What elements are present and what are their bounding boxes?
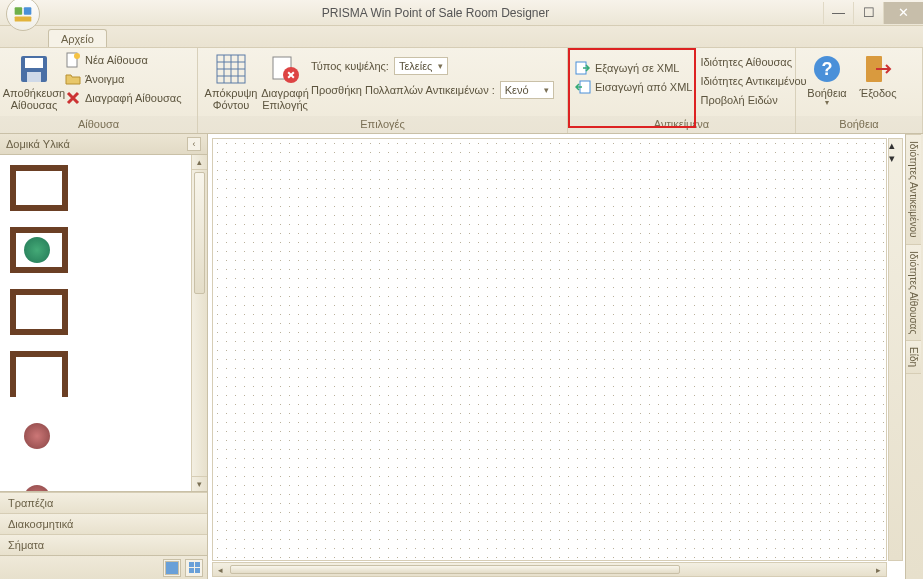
material-thumb[interactable] [4,159,74,217]
ribbon-group-options: Απόκρυψη Φόντου Διαγραφή Επιλογής Τύπος … [198,48,568,133]
view-items-button[interactable]: Προβολή Ειδών [700,91,806,109]
save-room-button[interactable]: Αποθήκευση Αίθουσας [5,51,63,111]
open-button[interactable]: Άνοιγμα [65,70,181,88]
svg-rect-4 [25,58,43,68]
workspace: Δομικά Υλικά ‹ ▴ ▾ Τραπέζια Διακοσμητικά… [0,134,923,579]
maximize-button[interactable]: ☐ [853,2,883,24]
scroll-down-icon[interactable]: ▾ [192,476,207,491]
scroll-left-icon[interactable]: ◂ [213,563,228,576]
window-title: PRISMA Win Point of Sale Room Designer [48,6,823,20]
material-thumb[interactable] [4,221,74,279]
left-panel-title: Δομικά Υλικά [6,138,70,150]
scroll-up-icon[interactable]: ▴ [192,155,207,170]
view-mode-button-2[interactable] [185,559,203,577]
open-icon [65,71,81,87]
material-thumb[interactable] [4,407,74,465]
right-panel: Ιδιότητες Αντικειμένου Ιδιότητες Αίθουσα… [905,134,923,579]
category-signs[interactable]: Σήματα [0,534,207,555]
cell-type-combo[interactable]: Τελείες ▾ [394,57,448,75]
svg-rect-0 [15,7,23,15]
ribbon-tabstrip: Αρχείο [0,26,923,48]
room-props-label: Ιδιότητες Αίθουσας [700,56,792,68]
left-bottom-toolbar [0,555,207,579]
canvas-hscrollbar[interactable]: ◂ ▸ [212,562,887,577]
app-menu-button[interactable] [6,0,40,31]
ribbon-group-help: ? Βοήθεια ▾ Έξοδος Βοήθεια [796,48,923,133]
add-multi-combo[interactable]: Κενό ▾ [500,81,554,99]
scroll-right-icon[interactable]: ▸ [871,563,886,576]
ribbon: Αποθήκευση Αίθουσας Νέα Αίθουσα Άνοιγμα … [0,48,923,134]
new-icon [65,52,81,68]
chevron-down-icon: ▾ [438,61,443,71]
material-thumb[interactable] [4,345,74,403]
view-mode-button-1[interactable] [163,559,181,577]
group-room-label: Αίθουσα [0,116,197,133]
design-canvas[interactable] [212,138,887,561]
svg-rect-2 [15,16,32,21]
exit-icon [862,53,894,85]
delete-room-button[interactable]: Διαγραφή Αίθουσας [65,89,181,107]
cell-type-value: Τελείες [399,60,432,72]
exit-button[interactable]: Έξοδος [853,51,903,99]
tab-file[interactable]: Αρχείο [48,29,107,47]
window-controls: — ☐ ✕ [823,2,923,24]
export-xml-label: Εξαγωγή σε XML [595,62,679,74]
group-help-label: Βοήθεια [796,116,922,133]
scroll-down-icon[interactable]: ▾ [889,152,902,165]
delete-icon [65,90,81,106]
cell-type-label: Τύπος κυψέλης: [311,60,389,72]
canvas-vscrollbar[interactable]: ▴ ▾ [888,138,903,561]
add-multi-label: Προσθήκη Πολλαπλών Αντικειμένων : [311,84,495,96]
export-icon [575,60,591,76]
exit-label: Έξοδος [860,87,897,99]
room-properties-button[interactable]: Ιδιότητες Αίθουσας [700,53,806,71]
scroll-up-icon[interactable]: ▴ [889,139,902,152]
category-decorations[interactable]: Διακοσμητικά [0,513,207,534]
svg-rect-1 [24,7,32,15]
delete-selection-button[interactable]: Διαγραφή Επιλογής [259,51,311,111]
svg-rect-5 [27,72,41,82]
new-room-label: Νέα Αίθουσα [85,54,148,66]
left-panel: Δομικά Υλικά ‹ ▴ ▾ Τραπέζια Διακοσμητικά… [0,134,208,579]
right-tab-items[interactable]: Είδη [906,341,921,374]
left-scrollbar[interactable]: ▴ ▾ [191,155,207,491]
collapse-left-button[interactable]: ‹ [187,137,201,151]
svg-text:?: ? [822,59,833,79]
left-panel-header: Δομικά Υλικά ‹ [0,134,207,155]
chevron-down-icon: ▾ [544,85,549,95]
new-room-button[interactable]: Νέα Αίθουσα [65,51,181,69]
category-tables[interactable]: Τραπέζια [0,492,207,513]
delete-room-label: Διαγραφή Αίθουσας [85,92,181,104]
right-tab-room-props[interactable]: Ιδιότητες Αίθουσας [906,245,921,341]
group-options-label: Επιλογές [198,116,567,133]
object-properties-button[interactable]: Ιδιότητες Αντικειμένου [700,72,806,90]
import-icon [575,79,591,95]
export-xml-button[interactable]: Εξαγωγή σε XML [575,59,692,77]
hide-background-button[interactable]: Απόκρυψη Φόντου [203,51,259,111]
obj-props-label: Ιδιότητες Αντικειμένου [700,75,806,87]
ribbon-group-room: Αποθήκευση Αίθουσας Νέα Αίθουσα Άνοιγμα … [0,48,198,133]
help-button[interactable]: ? Βοήθεια ▾ [801,51,853,108]
import-xml-button[interactable]: Εισαγωγή από XML [575,78,692,96]
save-room-label: Αποθήκευση Αίθουσας [3,87,65,111]
save-icon [18,53,50,85]
open-label: Άνοιγμα [85,73,124,85]
materials-thumbnails: ▴ ▾ [0,155,207,492]
close-button[interactable]: ✕ [883,2,923,24]
minimize-button[interactable]: — [823,2,853,24]
delete-selection-icon [269,53,301,85]
view-items-label: Προβολή Ειδών [700,94,777,106]
group-objects-label: Αντικείμενα [568,116,795,133]
delete-sel-label: Διαγραφή Επιλογής [261,87,309,111]
titlebar: PRISMA Win Point of Sale Room Designer —… [0,0,923,26]
grid-icon [215,53,247,85]
hide-bg-label: Απόκρυψη Φόντου [205,87,258,111]
help-icon: ? [811,53,843,85]
material-thumb[interactable] [4,469,74,491]
design-canvas-area: ▴ ▾ ◂ ▸ [208,134,905,579]
import-xml-label: Εισαγωγή από XML [595,81,692,93]
right-tab-object-props[interactable]: Ιδιότητες Αντικειμένου [906,134,921,245]
material-thumb[interactable] [4,283,74,341]
add-multi-value: Κενό [505,84,529,96]
svg-point-7 [74,53,80,59]
